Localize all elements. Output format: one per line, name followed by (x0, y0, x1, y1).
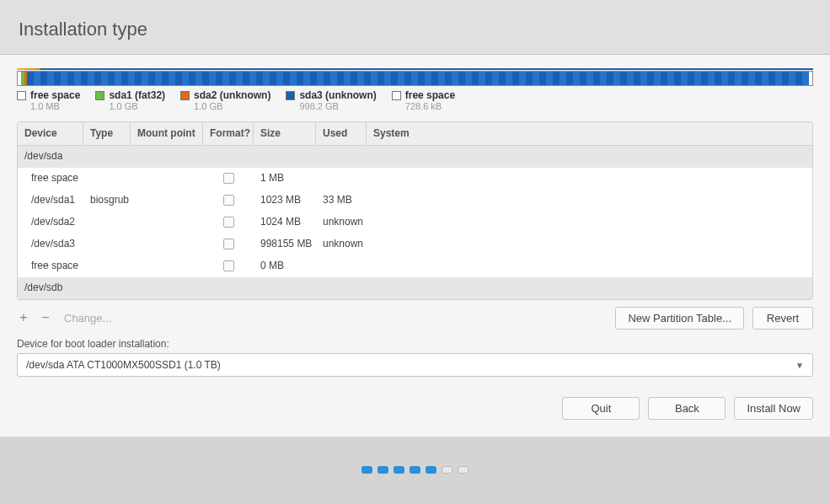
bootloader-label: Device for boot loader installation: (17, 338, 813, 350)
revert-button[interactable]: Revert (752, 307, 813, 330)
legend-label: free space (405, 89, 455, 101)
legend-item: sda3 (unknown)998.2 GB (286, 89, 376, 113)
legend-item: free space1.0 MB (17, 89, 80, 113)
disk-legend: free space1.0 MBsda1 (fat32)1.0 GBsda2 (… (17, 89, 813, 113)
cell-used: 33 MB (316, 194, 367, 206)
table-row[interactable]: /dev/sda (18, 146, 812, 168)
table-row[interactable]: /dev/sda3998155 MBunknown (18, 233, 812, 255)
legend-swatch (17, 91, 26, 100)
cell-format (203, 260, 254, 271)
progress-dot[interactable] (410, 466, 420, 474)
disk-usage-bar[interactable] (17, 71, 813, 86)
partition-toolbar: + − Change... New Partition Table... Rev… (17, 300, 813, 338)
legend-swatch (286, 91, 295, 100)
legend-swatch (180, 91, 190, 100)
quit-button[interactable]: Quit (562, 397, 640, 420)
legend-size: 1.0 MB (30, 101, 80, 112)
back-button[interactable]: Back (648, 397, 726, 420)
col-size[interactable]: Size (254, 122, 316, 145)
progress-dot[interactable] (442, 466, 452, 474)
cell-size: 1 MB (254, 172, 316, 184)
table-header: Device Type Mount point Format? Size Use… (18, 122, 812, 146)
diskbar-segment[interactable] (27, 72, 809, 85)
format-checkbox[interactable] (223, 195, 234, 206)
progress-dot[interactable] (426, 466, 436, 474)
table-row[interactable]: /dev/sdb (18, 277, 812, 299)
format-checkbox[interactable] (223, 173, 234, 184)
install-now-button[interactable]: Install Now (734, 397, 813, 420)
format-checkbox[interactable] (223, 239, 234, 249)
legend-size: 1.0 GB (194, 101, 270, 112)
legend-label: sda3 (unknown) (299, 89, 376, 101)
cell-size: 0 MB (254, 260, 316, 271)
table-row[interactable]: free space0 MB (18, 255, 812, 277)
cell-device: /dev/sda (18, 150, 69, 162)
legend-item: free space728.6 kB (392, 89, 455, 113)
progress-dot[interactable] (361, 466, 372, 474)
partition-table: Device Type Mount point Format? Size Use… (17, 121, 813, 300)
cell-size: 1024 MB (254, 216, 316, 228)
legend-swatch (392, 91, 401, 100)
progress-dot[interactable] (394, 466, 404, 474)
cell-format (203, 195, 254, 206)
change-partition-button[interactable]: Change... (64, 312, 111, 324)
bootloader-device-value: /dev/sda ATA CT1000MX500SSD1 (1.0 TB) (26, 359, 221, 371)
table-row[interactable]: /dev/sda1biosgrub1023 MB33 MB (18, 190, 812, 212)
col-used[interactable]: Used (316, 122, 367, 145)
legend-size: 1.0 GB (109, 101, 165, 112)
page-title: Installation type (19, 19, 811, 40)
footer-buttons: Quit Back Install Now (17, 377, 813, 430)
legend-label: sda2 (unknown) (194, 89, 270, 101)
cell-used: unknown (316, 238, 367, 249)
cell-size: 1023 MB (254, 194, 316, 206)
progress-dot[interactable] (458, 466, 469, 474)
installer-progress (0, 437, 830, 504)
remove-partition-button[interactable]: − (39, 311, 52, 324)
legend-item: sda2 (unknown)1.0 GB (180, 89, 270, 113)
table-row[interactable]: free space1 MB (18, 168, 812, 190)
progress-dot[interactable] (378, 466, 388, 474)
cell-format (203, 239, 254, 249)
cell-device: /dev/sdb (18, 281, 69, 293)
legend-label: free space (30, 89, 80, 101)
titlebar: Installation type (0, 0, 830, 55)
diskbar-top-stripe (17, 68, 813, 70)
col-mount[interactable]: Mount point (131, 122, 203, 145)
cell-format (203, 217, 254, 228)
cell-device: free space (18, 260, 83, 271)
legend-item: sda1 (fat32)1.0 GB (95, 89, 165, 113)
col-type[interactable]: Type (83, 122, 131, 145)
legend-size: 728.6 kB (405, 101, 455, 112)
new-partition-table-button[interactable]: New Partition Table... (615, 307, 744, 330)
cell-type: biosgrub (83, 194, 131, 206)
cell-device: /dev/sda3 (18, 238, 83, 249)
cell-format (203, 173, 254, 184)
col-system[interactable]: System (367, 122, 812, 145)
diskbar-segment[interactable] (809, 72, 812, 85)
format-checkbox[interactable] (223, 217, 234, 228)
col-format[interactable]: Format? (203, 122, 254, 145)
cell-size: 998155 MB (254, 238, 316, 249)
chevron-down-icon: ▼ (795, 360, 804, 369)
col-device[interactable]: Device (18, 122, 83, 145)
legend-label: sda1 (fat32) (109, 89, 165, 101)
cell-used: unknown (316, 216, 367, 228)
table-row[interactable]: /dev/sda21024 MBunknown (18, 212, 812, 233)
add-partition-button[interactable]: + (17, 311, 30, 324)
cell-device: /dev/sda1 (18, 194, 83, 206)
table-body: /dev/sdafree space1 MB/dev/sda1biosgrub1… (18, 146, 812, 299)
cell-device: /dev/sda2 (18, 216, 83, 228)
format-checkbox[interactable] (223, 260, 234, 271)
bootloader-device-combo[interactable]: /dev/sda ATA CT1000MX500SSD1 (1.0 TB) ▼ (17, 353, 813, 377)
legend-size: 998.2 GB (299, 101, 376, 112)
legend-swatch (95, 91, 104, 100)
cell-device: free space (18, 172, 83, 184)
